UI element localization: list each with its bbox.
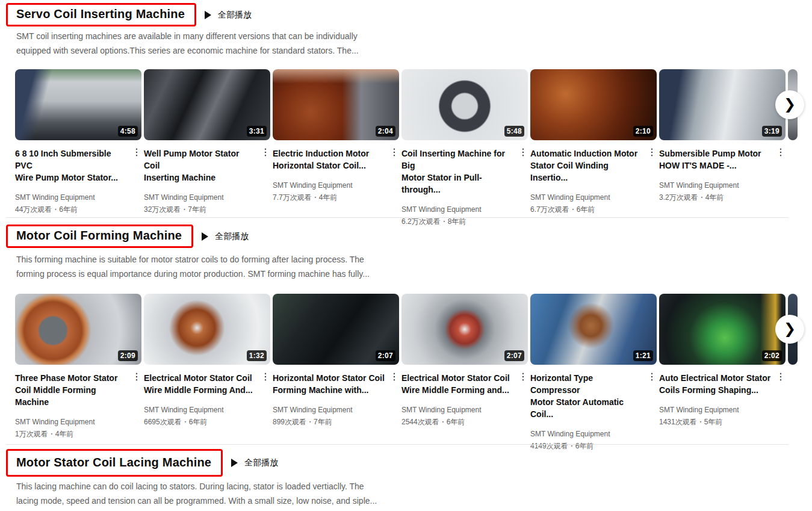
video-title-line: HOW IT'S MADE -... [659,159,772,172]
video-title[interactable]: Auto Electrical Motor Stator Coils Formi… [659,372,772,396]
video-menu-button[interactable]: ⋮ [643,147,657,157]
section-title[interactable]: Servo Coil Inserting Machine [16,7,185,21]
video-title-line: Inserting Machine [144,172,257,184]
video-meta: 7.7万次观看・4年前 [273,192,399,203]
video-menu-button[interactable]: ⋮ [257,372,270,382]
video-card: 1:21 Horizontal Type Compressor Motor St… [530,294,657,451]
channel-name[interactable]: SMT Winding Equipment [401,204,528,215]
play-all-label: 全部播放 [215,231,249,242]
video-thumbnail[interactable]: 4:58 [15,69,141,140]
video-thumbnail[interactable]: 1:32 [144,294,270,365]
duration-badge: 4:58 [118,126,138,137]
video-title[interactable]: Horizontal Type Compressor Motor Stator … [530,372,643,420]
video-thumbnail[interactable]: 2:02 [659,294,786,365]
channel-name[interactable]: SMT Winding Equipment [273,180,399,191]
channel-name[interactable]: SMT Winding Equipment [15,192,141,203]
video-row: 2:09 Three Phase Motor Stator Coil Middl… [15,294,812,451]
description-line: SMT coil inserting machines are availabl… [16,29,401,43]
video-menu-button[interactable]: ⋮ [128,372,141,382]
duration-badge: 1:32 [247,350,267,361]
video-thumbnail[interactable]: 2:07 [273,294,399,365]
channel-name[interactable]: SMT Winding Equipment [144,404,270,415]
video-meta: 44万次观看・6年前 [15,204,141,215]
video-menu-button[interactable]: ⋮ [128,147,141,157]
video-menu-button[interactable]: ⋮ [386,147,399,157]
channel-name[interactable]: SMT Winding Equipment [659,404,786,415]
duration-badge: 3:19 [762,126,782,137]
video-title[interactable]: Coil Inserting Machine for Big Motor Sta… [401,147,515,196]
video-card: 2:04 Electric Induction Motor Horizontal… [273,69,399,227]
video-title-line: Stator Coil Winding Insertio... [530,159,643,184]
channel-name[interactable]: SMT Winding Equipment [530,429,657,439]
video-thumbnail[interactable]: 3:19 [659,69,786,140]
video-meta: 32万次观看・7年前 [144,204,270,215]
video-menu-button[interactable]: ⋮ [772,372,786,382]
channel-name[interactable]: SMT Winding Equipment [659,180,786,191]
video-title[interactable]: Automatic Induction Motor Stator Coil Wi… [530,147,643,184]
video-title-line: 6 8 10 Inch Submersible PVC [15,147,128,172]
annotation-box: Motor Coil Forming Machine [6,225,193,248]
video-title-line: Horizontal Stator Coil... [273,159,386,172]
channel-name[interactable]: SMT Winding Equipment [15,417,141,427]
video-title[interactable]: Submersible Pump Motor HOW IT'S MADE -..… [659,147,772,172]
video-title[interactable]: Electric Induction Motor Horizontal Stat… [273,147,386,172]
video-title[interactable]: Well Pump Motor Stator Coil Inserting Ma… [144,147,257,184]
video-thumbnail[interactable]: 1:21 [530,294,657,365]
duration-badge: 2:07 [504,350,524,361]
video-thumbnail[interactable]: 2:10 [530,69,657,140]
video-thumbnail[interactable]: 2:07 [401,294,528,365]
play-all-button[interactable]: 全部播放 [205,10,252,20]
video-menu-button[interactable]: ⋮ [643,372,657,382]
video-title-line: Wire Pump Motor Stator... [15,172,128,184]
video-thumbnail[interactable]: 2:04 [273,69,399,140]
video-menu-button[interactable]: ⋮ [515,372,528,382]
video-menu-button[interactable]: ⋮ [386,372,399,382]
video-menu-button[interactable]: ⋮ [257,147,270,157]
play-all-button[interactable]: 全部播放 [231,457,278,468]
video-thumbnail[interactable]: 2:09 [15,294,141,365]
video-title[interactable]: 6 8 10 Inch Submersible PVC Wire Pump Mo… [15,147,128,184]
section-title[interactable]: Motor Coil Forming Machine [16,229,182,243]
section-description: This forming machine is suitable for mot… [16,252,401,281]
playlist-section-motor-stator-coil-lacing: Motor Stator Coil Lacing Machine 全部播放 Th… [0,449,812,508]
play-all-button[interactable]: 全部播放 [202,231,249,242]
video-meta: 6695次观看・6年前 [144,417,270,427]
video-meta: 1万次观看・4年前 [15,429,141,439]
video-meta: 899次观看・7年前 [273,417,399,427]
video-card: 2:02 Auto Electrical Motor Stator Coils … [659,294,786,451]
play-icon [202,232,208,241]
channel-name[interactable]: SMT Winding Equipment [144,192,270,203]
play-icon [205,11,211,19]
video-title[interactable]: Three Phase Motor Stator Coil Middle For… [15,372,128,408]
video-card: 3:31 Well Pump Motor Stator Coil Inserti… [144,69,270,227]
video-title[interactable]: Electrical Motor Stator Coil Wire Middle… [401,372,515,396]
description-line: forming process is equal importance duri… [16,267,401,281]
video-menu-button[interactable]: ⋮ [772,147,786,157]
playlist-section-servo-coil-inserting: Servo Coil Inserting Machine 全部播放 SMT co… [0,3,812,227]
video-thumbnail[interactable]: 3:31 [144,69,270,140]
video-card: 5:48 Coil Inserting Machine for Big Moto… [401,69,528,227]
video-title-line: Motor Stator in Pull-through... [401,172,515,196]
channel-name[interactable]: SMT Winding Equipment [401,404,528,415]
duration-badge: 2:04 [376,126,395,137]
section-header: Motor Stator Coil Lacing Machine 全部播放 [6,449,812,477]
channel-name[interactable]: SMT Winding Equipment [273,404,399,415]
video-title[interactable]: Horizontal Motor Stator Coil Forming Mac… [273,372,386,396]
section-title[interactable]: Motor Stator Coil Lacing Machine [16,456,211,469]
video-title[interactable]: Electrical Motor Stator Coil Wire Middle… [144,372,257,396]
video-menu-button[interactable]: ⋮ [515,147,528,157]
video-title-line: Wire Middle Forming and... [401,384,515,396]
video-meta: 1431次观看・5年前 [659,417,786,427]
channel-name[interactable]: SMT Winding Equipment [530,192,657,203]
video-thumbnail[interactable]: 5:48 [401,69,528,140]
video-title-line: Electric Induction Motor [273,147,386,159]
description-line: This lacing machine can do coil lacing t… [16,479,401,494]
duration-badge: 5:48 [504,126,524,137]
section-header: Servo Coil Inserting Machine 全部播放 [6,3,812,26]
scroll-right-button[interactable]: ❯ [775,90,804,119]
duration-badge: 3:31 [247,126,267,137]
video-title-line: Motor Stator Automatic Coil... [530,396,643,420]
video-row: 4:58 6 8 10 Inch Submersible PVC Wire Pu… [15,69,812,227]
video-meta: 3.2万次观看・4年前 [659,192,786,203]
scroll-right-button[interactable]: ❯ [775,315,804,344]
